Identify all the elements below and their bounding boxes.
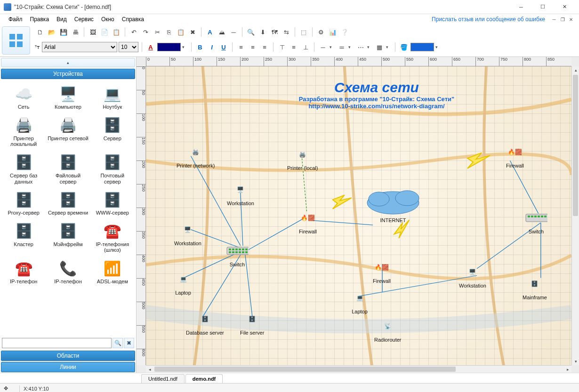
node-file-server[interactable]: 🗄️File server [240,309,264,336]
node-laptop-1[interactable]: 💻Laptop [172,269,194,296]
mdi-restore[interactable]: ❐ [559,17,566,22]
node-workstation-3[interactable]: 🖥️Workstation [459,262,486,288]
delete-icon[interactable]: ✖ [187,27,198,37]
node-mainframe[interactable]: 🗄️Mainframe [523,273,547,300]
fill-pattern-icon[interactable]: ▦ [374,42,385,52]
options-icon[interactable]: ⚙ [316,27,326,37]
scroll-left-icon[interactable]: ◂ [146,366,153,373]
device-item[interactable]: 🗄️Сервер времени [46,188,89,218]
home-big-button[interactable] [2,26,30,55]
node-db-server[interactable]: 🗄️Database server [186,309,224,336]
device-item[interactable]: 🖨️Принтер локальный [2,114,45,149]
scroll-up-icon[interactable]: ▴ [572,66,579,74]
fill-color-icon[interactable]: 🪣 [399,42,409,52]
mdi-minimize[interactable]: ─ [551,17,557,22]
maximize-button[interactable]: ☐ [532,0,554,14]
cut-icon[interactable]: ✂ [152,27,162,37]
line-pattern-icon[interactable]: ⋯ [355,42,366,52]
node-workstation-1[interactable]: 🖥️Workstation [227,179,254,206]
italic-icon[interactable]: I [207,42,217,52]
feedback-link[interactable]: Прислать отзыв или сообщение об ошибке [432,16,545,23]
node-laptop-2[interactable]: 💻Laptop [348,288,371,314]
open-file-icon[interactable]: 📂 [47,27,57,37]
device-item[interactable]: ☎️IP-телефон [2,257,45,287]
valign-bottom-icon[interactable]: ⊥ [300,42,311,52]
node-internet[interactable]: INTERNET [362,184,424,223]
map-background-icon[interactable]: 🗺 [269,27,280,37]
menu-help[interactable]: Справка [118,15,148,24]
scrollbar-vertical[interactable]: ▴ ▾ [571,66,579,365]
close-button[interactable]: ✕ [554,0,575,14]
paste-icon[interactable]: 📋 [176,27,186,37]
device-item[interactable]: 🖨️Принтер сетевой [46,114,89,149]
export-xml-icon[interactable]: 📋 [111,27,121,37]
import-devices-icon[interactable]: ⬇ [257,27,268,37]
menu-service[interactable]: Сервис [71,15,97,24]
node-firewall-3[interactable]: 🔥🧱Firewall [370,257,393,284]
valign-middle-icon[interactable]: ≡ [289,42,299,52]
fill-color-swatch[interactable] [410,43,434,51]
save-file-icon[interactable]: 💾 [58,27,69,37]
scroll-thumb-v[interactable] [573,75,578,216]
scroll-down-icon[interactable]: ▾ [572,358,579,365]
font-color-icon[interactable]: A [145,42,156,52]
node-radiorouter[interactable]: 📡Radiorouter [374,316,401,343]
scroll-thumb-h[interactable] [154,367,456,372]
font-family-select[interactable]: Arial [42,42,117,52]
fill-color-dropdown[interactable]: ▾ [435,45,441,49]
export-vsd-icon[interactable]: 📄 [99,27,110,37]
node-firewall-1[interactable]: 🔥🧱Firewall [297,208,319,234]
device-item[interactable]: 🗄️Мэйнфрейм [46,220,89,255]
device-item[interactable]: ☁️Сеть [2,82,45,112]
search-input[interactable] [2,338,112,348]
device-item[interactable]: 💻Ноутбук [91,82,134,112]
undo-icon[interactable]: ↶ [129,27,139,37]
export-image-icon[interactable]: 🖼 [88,27,98,37]
device-item[interactable]: 🗄️WWW-сервер [91,188,134,218]
search-button[interactable]: 🔍 [113,338,123,348]
new-file-icon[interactable]: 🗋 [35,27,45,37]
tab-untitled[interactable]: Untitled1.ndf [141,374,185,383]
node-workstation-2[interactable]: 🖥️Workstation [174,219,201,246]
line-weight-icon[interactable]: ═ [337,42,347,52]
panel-header-lines[interactable]: Линии [1,362,135,372]
tab-demo[interactable]: demo.ndf [185,374,223,383]
device-item[interactable]: 🗄️Сервер баз данных [2,151,45,186]
bold-icon[interactable]: B [195,42,205,52]
help-icon[interactable]: ❔ [339,27,350,37]
redo-icon[interactable]: ↷ [140,27,151,37]
node-printer-network[interactable]: 🖨️Printer (network) [177,142,215,168]
underline-icon[interactable]: U [218,42,229,52]
zoom-fit-icon[interactable]: ⬚ [298,27,309,37]
panel-collapse-button[interactable]: ▴ [1,58,135,67]
scrollbar-horizontal[interactable]: ◂ ▸ [146,365,571,373]
device-item[interactable]: ☎️IP-телефония (шлюз) [91,220,134,255]
menu-file[interactable]: Файл [5,15,26,24]
valign-top-icon[interactable]: ⊤ [277,42,287,52]
scan-network-icon[interactable]: 🔍 [246,27,256,37]
font-color-dropdown[interactable]: ▾ [182,45,188,49]
align-left-icon[interactable]: ≡ [236,42,246,52]
device-item[interactable]: 🖥️Компьютер [46,82,89,112]
font-color-swatch[interactable] [157,43,181,51]
device-item[interactable]: 🗄️Файловый сервер [46,151,89,186]
panel-header-areas[interactable]: Области [1,351,135,361]
font-size-select[interactable]: 10 [119,42,138,52]
scroll-right-icon[interactable]: ▸ [564,366,571,373]
device-item[interactable]: 🗄️Почтовый сервер [91,151,134,186]
device-item[interactable]: 📞IP-телефон [46,257,89,287]
menu-edit[interactable]: Правка [26,15,53,24]
device-item[interactable]: 📶ADSL-модем [91,257,134,287]
node-printer-local[interactable]: 🖨️Printer (local) [287,144,318,171]
link-tool-icon[interactable]: ─ [228,27,239,37]
device-item[interactable]: 🗄️Proxy-сервер [2,188,45,218]
text-tool-icon[interactable]: A [205,27,215,37]
device-item[interactable]: 🗄️Кластер [2,220,45,255]
menu-window[interactable]: Окно [97,15,118,24]
search-clear-button[interactable]: ✖ [124,338,134,348]
align-center-icon[interactable]: ≡ [248,42,258,52]
menu-view[interactable]: Вид [53,15,71,24]
diagram-canvas[interactable]: Схема сети Разработана в программе "10-С… [146,66,571,365]
copy-icon[interactable]: ⎘ [164,27,174,37]
node-switch-1[interactable]: Switch [226,240,249,267]
